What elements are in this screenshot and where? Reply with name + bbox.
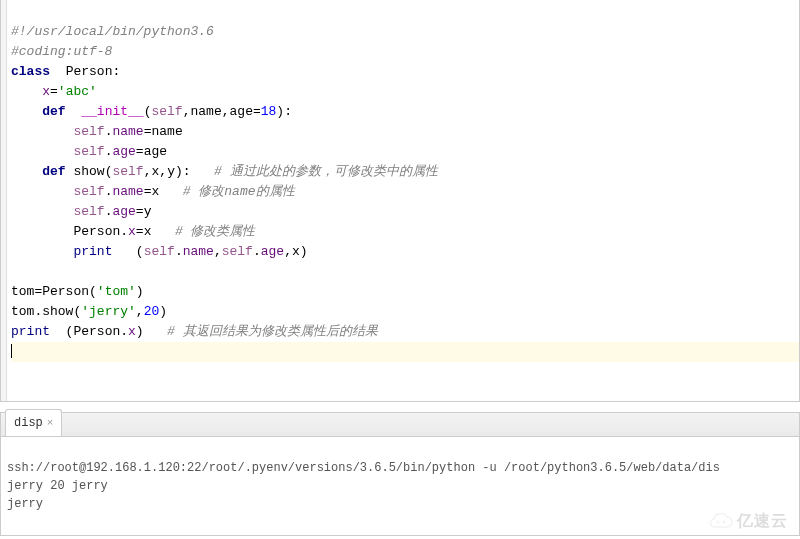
class-name: Person — [66, 64, 113, 79]
tab-disp[interactable]: disp × — [5, 409, 62, 436]
console-out-line-1: jerry 20 jerry — [7, 479, 108, 493]
code-editor[interactable]: #!/usr/local/bin/python3.6 #coding:utf-8… — [0, 0, 800, 402]
self: self — [73, 144, 104, 159]
console-output[interactable]: ssh://root@192.168.1.120:22/root/.pyenv/… — [1, 437, 799, 535]
svg-point-0 — [717, 521, 720, 524]
svg-point-1 — [723, 521, 726, 524]
coding-comment: #coding:utf-8 — [11, 44, 112, 59]
var-tom: tom — [11, 284, 34, 299]
gutter — [1, 0, 7, 401]
console-ssh-line: ssh://root@192.168.1.120:22/root/.pyenv/… — [7, 461, 720, 475]
eq: = — [50, 84, 58, 99]
str-abc: 'abc' — [58, 84, 97, 99]
current-line[interactable] — [11, 342, 799, 362]
code-area[interactable]: #!/usr/local/bin/python3.6 #coding:utf-8… — [1, 0, 799, 404]
close-icon[interactable]: × — [47, 413, 54, 433]
builtin-print: print — [73, 244, 112, 259]
console-out-line-2: jerry — [7, 497, 43, 511]
comment-result: # 其返回结果为修改类属性后的结果 — [167, 324, 378, 339]
default-18: 18 — [261, 104, 277, 119]
console-panel: disp × ssh://root@192.168.1.120:22/root/… — [0, 412, 800, 536]
cloud-icon — [707, 513, 733, 529]
kw-class: class — [11, 64, 50, 79]
fn-show: show — [73, 164, 104, 179]
comment-modname: # 修改name的属性 — [183, 184, 295, 199]
console-tabbar: disp × — [1, 413, 799, 437]
cls-person: Person — [73, 224, 120, 239]
watermark: 亿速云 — [707, 511, 788, 531]
tab-label: disp — [14, 413, 43, 433]
fn-init: __init__ — [81, 104, 143, 119]
watermark-text: 亿速云 — [737, 511, 788, 531]
kw-def: def — [42, 104, 65, 119]
comment-params: # 通过此处的参数，可修改类中的属性 — [214, 164, 438, 179]
self: self — [73, 124, 104, 139]
self: self — [151, 104, 182, 119]
comment-clsattr: # 修改类属性 — [175, 224, 256, 239]
shebang-comment: #!/usr/local/bin/python3.6 — [11, 24, 214, 39]
kw-def: def — [42, 164, 65, 179]
builtin-print: print — [11, 324, 50, 339]
caret — [11, 344, 12, 358]
colon: : — [112, 64, 120, 79]
clsattr-x: x — [42, 84, 50, 99]
